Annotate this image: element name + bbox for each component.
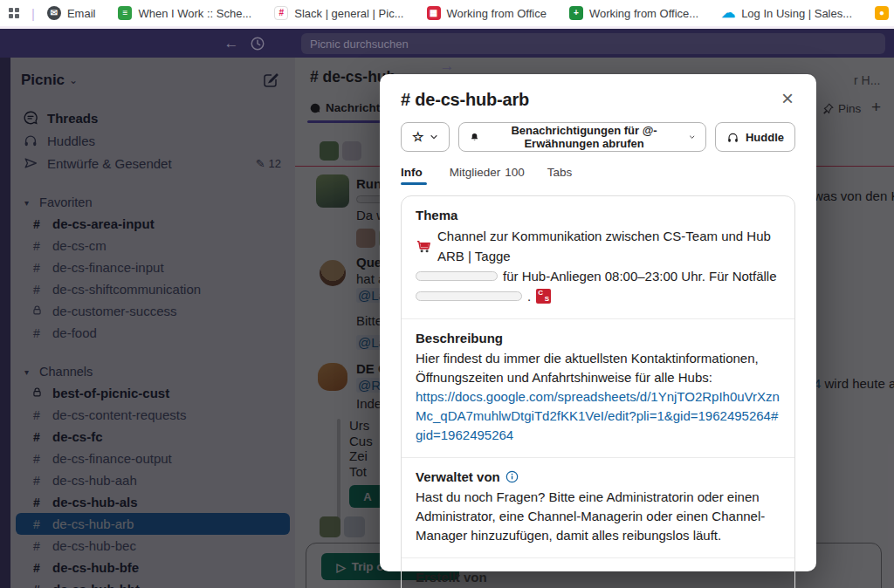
huddle-button[interactable]: Huddle [715,122,795,152]
screen: stomer Success | ✉ Email ≡ When I Work :… [0,0,894,588]
star-channel-button[interactable]: ☆ [401,122,450,152]
modal-tabs: Info Mitglieder100 Tabs [401,166,795,185]
bookmark-item[interactable]: ● Texte [875,6,894,20]
bookmark-favicon: ● [875,6,889,20]
notifications-button[interactable]: Benachrichtigungen für @-Erwähnungen abr… [458,122,705,152]
bookmark-label: Slack | general | Pic... [294,7,403,20]
cs-team-emoji: CS [536,289,551,304]
topic-line2: für Hub-Anliegen 08:00–23:00 Uhr. Für No… [503,266,777,286]
redacted-text [416,291,522,301]
bookmark-item[interactable]: # Slack | general | Pic... [274,6,403,20]
bookmark-favicon: ≡ [118,6,132,20]
bookmark-favicon: ☁ [721,6,735,20]
managed-by-section: Verwaltet von Hast du noch Fragen? Bitte… [402,457,794,557]
bookmark-item[interactable]: ≡ When I Work :: Sche... [118,6,251,20]
info-icon[interactable] [505,470,519,483]
bookmarks-list: ✉ Email ≡ When I Work :: Sche... # Slack… [47,0,894,26]
bookmark-label: Working from Office... [589,7,698,20]
bookmark-item[interactable]: + Working from Office... [569,6,698,20]
headphones-icon [726,131,739,144]
bookmarks-divider: | [31,6,35,21]
topic-line3-punct: . [527,286,531,306]
modal-tab[interactable]: Info [401,166,427,185]
redacted-text [416,271,498,281]
bookmark-favicon: # [274,6,288,20]
modal-tab[interactable]: Mitglieder100 [450,166,525,185]
bookmark-label: Email [67,7,96,20]
bookmark-item[interactable]: ✉ Email [47,6,96,20]
bell-icon [470,131,479,144]
bookmark-favicon: ▦ [427,6,441,20]
section-heading: Beschreibung [416,331,781,345]
apps-grid-icon[interactable] [9,8,19,18]
bookmark-item[interactable]: ▦ Working from Office [427,6,547,20]
bookmark-label: Working from Office [447,7,547,20]
section-heading: Erstellt von [416,570,781,585]
topic-section: Thema Channel zur Kommunikation zwischen… [402,196,794,318]
modal-title: # de-cs-hub-arb [401,90,529,110]
modal-tab[interactable]: Tabs [547,166,577,185]
bookmark-favicon: ✉ [47,6,61,20]
spreadsheet-link[interactable]: https://docs.google.com/spreadsheets/d/1… [416,387,781,445]
bookmarks-bar: stomer Success | ✉ Email ≡ When I Work :… [0,0,894,26]
picnic-cart-emoji [416,238,432,255]
channel-details-modal: # de-cs-hub-arb × ☆ Benachrichtigungen f… [380,74,816,571]
created-by-section: Erstellt von Aylin Geenen am 19. Mai 202… [402,557,794,588]
topic-line1: Channel zur Kommunikation zwischen CS-Te… [437,226,781,266]
star-icon: ☆ [412,129,423,145]
section-heading: Thema [416,208,781,222]
bookmark-item[interactable]: ☁ Log In Using | Sales... [721,6,852,20]
managed-by-text: Hast du noch Fragen? Bitte eine Administ… [416,488,781,545]
description-line1: Hier findest du immer die aktuellsten Ko… [416,349,781,368]
chevron-down-icon [689,133,695,141]
close-icon[interactable]: × [780,90,795,107]
channel-info-card: Thema Channel zur Kommunikation zwischen… [401,195,795,588]
section-heading: Verwaltet von [416,469,500,484]
bookmark-favicon: + [569,6,583,20]
bookmark-label: Log In Using | Sales... [741,7,852,20]
bookmark-label: When I Work :: Sche... [138,7,251,20]
description-line2: Öffnungszeiten und Anfahrtshinweise für … [416,368,781,387]
description-section: Beschreibung Hier findest du immer die a… [402,318,794,457]
chevron-down-icon [430,133,438,141]
